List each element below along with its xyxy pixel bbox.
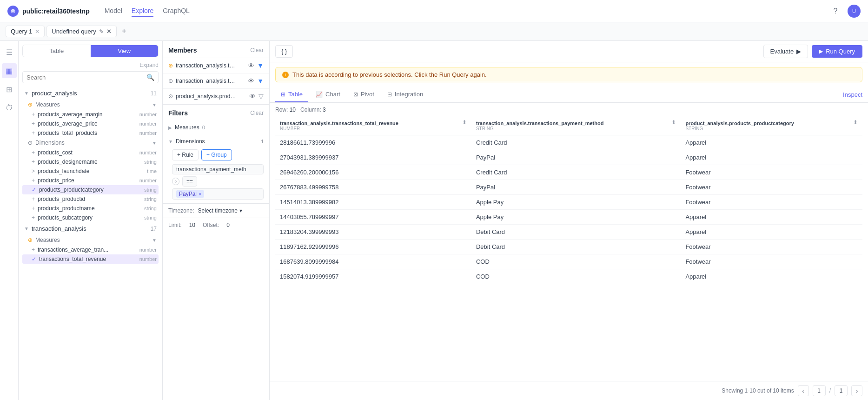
field-type: string	[144, 187, 157, 193]
field-products-cost[interactable]: +products_cost number	[22, 148, 159, 157]
add-tab-button[interactable]: +	[119, 26, 130, 37]
product-dimensions-header[interactable]: ⊙ Dimensions ▼	[22, 138, 159, 148]
filter-icon[interactable]: ▼	[257, 62, 264, 69]
filter-value-input[interactable]: PayPal ×	[172, 188, 264, 200]
col-header-payment: transaction_analysis.transactions_paymen…	[471, 117, 681, 135]
field-products-launchdate[interactable]: >products_launchdate time	[22, 167, 159, 176]
sidebar-menu-icon[interactable]: ☰	[2, 45, 17, 60]
filter-operator[interactable]: ==	[182, 176, 197, 187]
timezone-select[interactable]: Select timezone ▾	[198, 207, 242, 214]
table-cell: Footwear	[681, 254, 862, 269]
filter-icon-gray[interactable]: ▽	[258, 93, 264, 100]
filter-circle-icon[interactable]: ○	[172, 178, 179, 185]
members-panel: Members Clear ⊕ transaction_analysis.tra…	[163, 41, 270, 400]
product-measures-chevron: ▼	[152, 102, 157, 107]
evaluate-button[interactable]: Evaluate ▶	[763, 45, 808, 58]
code-button[interactable]: { }	[275, 45, 293, 58]
sort-icon-revenue[interactable]: ⬍	[462, 120, 467, 124]
filter-value-text-input[interactable]	[206, 191, 234, 197]
product-analysis-section[interactable]: ▼ product_analysis 11	[22, 87, 159, 100]
nav-model[interactable]: Model	[105, 5, 122, 17]
left-field-panel: Table View Expand 🔍 ▼ product_analysis 1…	[19, 41, 163, 400]
field-products-productname[interactable]: +products_productname string	[22, 204, 159, 213]
field-products-productid[interactable]: +products_productid string	[22, 194, 159, 204]
field-name: products_launchdate	[38, 168, 89, 174]
field-products-price[interactable]: +products_price number	[22, 176, 159, 185]
sidebar-chart-icon[interactable]: ▦	[2, 63, 17, 78]
result-tab-pivot[interactable]: ⊠ Pivot	[348, 87, 380, 102]
view-toggle-btn[interactable]: View	[91, 45, 159, 57]
add-group-button[interactable]: + Group	[201, 149, 232, 160]
search-icon: 🔍	[146, 73, 154, 81]
undefined-query-tab[interactable]: Undefined query ✎ ✕	[46, 26, 116, 37]
field-products-subcategory[interactable]: +products_subcategory string	[22, 213, 159, 222]
query1-tab[interactable]: Query 1 ✕	[6, 26, 45, 37]
data-table-container: transaction_analysis.transactions_total_…	[270, 117, 868, 381]
current-page[interactable]: 1	[813, 385, 826, 396]
field-transactions-average-tran[interactable]: +transactions_average_tran... number	[22, 245, 159, 254]
edit-icon[interactable]: ✎	[99, 28, 104, 35]
result-tab-chart[interactable]: 📈 Chart	[310, 87, 346, 102]
result-tab-table[interactable]: ⊞ Table	[275, 87, 308, 102]
run-query-button[interactable]: ▶ Run Query	[812, 45, 862, 58]
nav-graphql[interactable]: GraphQL	[163, 5, 190, 17]
app-title: public:retail360testnp	[22, 7, 90, 15]
filters-clear-button[interactable]: Clear	[250, 110, 264, 116]
members-clear-button[interactable]: Clear	[250, 47, 264, 53]
table-cell: 14403055.789999997	[275, 210, 471, 225]
inspect-link[interactable]: Inspect	[843, 91, 862, 98]
table-cell: Credit Card	[471, 165, 681, 180]
filter-icon-filled[interactable]: ▼	[257, 77, 264, 85]
col-type-payment: STRING	[476, 126, 603, 131]
col-header-revenue: transaction_analysis.transactions_total_…	[275, 117, 471, 135]
filter-tag-close-icon[interactable]: ×	[199, 191, 201, 197]
sort-icon-category[interactable]: ⬍	[853, 120, 858, 124]
prev-page-button[interactable]: ‹	[798, 385, 809, 396]
expand-button[interactable]: Expand	[139, 62, 159, 68]
query1-close[interactable]: ✕	[35, 28, 40, 35]
table-cell: Apparel	[681, 210, 862, 225]
product-measures-header[interactable]: ⊕ Measures ▼	[22, 100, 159, 110]
chart-tab-icon: 📈	[316, 91, 323, 98]
pivot-tab-icon: ⊠	[353, 91, 358, 98]
timezone-placeholder: Select timezone	[198, 207, 238, 214]
chart-tab-label: Chart	[325, 91, 340, 98]
sort-icon-payment[interactable]: ⬍	[671, 120, 676, 124]
sidebar-history-icon[interactable]: ⏱	[2, 100, 17, 115]
field-plus-icon: >	[32, 168, 35, 174]
field-products-productcategory[interactable]: ✓products_productcategory string	[22, 185, 159, 194]
nav-explore[interactable]: Explore	[132, 5, 153, 17]
add-rule-button[interactable]: + Rule	[172, 149, 199, 160]
field-products-designername[interactable]: +products_designername string	[22, 157, 159, 167]
pagination-info: Showing 1-10 out of 10 items	[722, 387, 794, 394]
search-input[interactable]	[27, 74, 145, 81]
user-avatar[interactable]: U	[848, 5, 861, 18]
transaction-measures-header[interactable]: ⊕ Measures ▼	[22, 235, 159, 245]
filter-measures-header[interactable]: ▶ Measures 0	[168, 122, 264, 133]
table-toggle-btn[interactable]: Table	[23, 45, 91, 57]
eye-icon[interactable]: 👁	[248, 62, 254, 69]
offset-label: Offset:	[203, 222, 219, 228]
pagination: Showing 1-10 out of 10 items ‹ 1 / 1 ›	[270, 381, 868, 400]
undefined-query-close[interactable]: ✕	[106, 28, 112, 35]
eye-icon[interactable]: 👁	[249, 93, 256, 100]
integration-tab-label: Integration	[395, 91, 423, 98]
filter-dimensions-header[interactable]: ▼ Dimensions 1	[168, 136, 264, 147]
filters-title: Filters	[168, 109, 188, 117]
result-tab-integration[interactable]: ⊟ Integration	[382, 87, 429, 102]
eye-icon[interactable]: 👁	[248, 77, 254, 85]
field-products-average-price[interactable]: + products_average_price number	[22, 119, 159, 128]
table-cell: PayPal	[471, 180, 681, 195]
transaction-analysis-section[interactable]: ▼ transaction_analysis 17	[22, 222, 159, 235]
field-products-average-margin[interactable]: + products_average_margin number	[22, 110, 159, 119]
field-products-total-products[interactable]: + products_total_products number	[22, 128, 159, 138]
help-icon[interactable]: ?	[829, 5, 842, 18]
sidebar-table-icon[interactable]: ⊞	[2, 82, 17, 97]
run-query-label: Run Query	[826, 48, 855, 55]
table-cell: Apparel	[681, 135, 862, 150]
next-page-button[interactable]: ›	[851, 385, 862, 396]
table-cell: 28186611.73999996	[275, 135, 471, 150]
table-cell: 26767883.499999758	[275, 180, 471, 195]
table-view-toggle: Table View	[22, 45, 159, 57]
field-transactions-total-revenue[interactable]: ✓transactions_total_revenue number	[22, 254, 159, 264]
